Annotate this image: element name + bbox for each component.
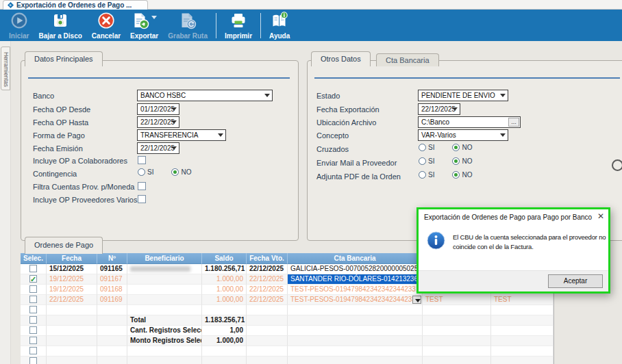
incluye-varios-checkbox[interactable]: [138, 195, 146, 203]
beneficiario-cell: [127, 295, 202, 305]
concepto-label: Concepto: [316, 131, 349, 140]
table-row[interactable]: Total1.183.256,71: [21, 315, 553, 326]
row-select-cell: [21, 285, 47, 295]
cell-dropdown-button[interactable]: [412, 296, 421, 304]
enviar-mail-radio-no[interactable]: NO: [452, 157, 472, 165]
browse-button[interactable]: ...: [508, 118, 519, 127]
row-select-cell: [21, 326, 47, 336]
grid-column-header[interactable]: Selec.: [21, 253, 47, 264]
row-checkbox[interactable]: [29, 265, 37, 272]
fecha-op-desde-picker[interactable]: 01/12/2025: [137, 103, 179, 115]
dialog-title-bar[interactable]: Exportación de Ordenes de Pago para Pago…: [419, 209, 608, 226]
cta-bancaria-cell: [288, 305, 423, 315]
row-checkbox[interactable]: [29, 337, 37, 344]
row-select-cell: [21, 346, 47, 356]
row-checkbox[interactable]: [29, 316, 37, 324]
aceptar-button[interactable]: Aceptar: [548, 274, 603, 288]
adjunta-pdf-radio-si[interactable]: SI: [419, 171, 434, 179]
fecha-cell: [47, 336, 97, 346]
table-row[interactable]: Monto Registros Seleccio1.000,00: [21, 336, 553, 346]
extra-cell: [423, 356, 491, 364]
radio-icon: [452, 144, 460, 151]
imprimir-button[interactable]: Imprimir: [220, 11, 257, 41]
contingencia-radio-si[interactable]: SI: [138, 168, 153, 176]
row-checkbox[interactable]: [29, 306, 37, 313]
banco-select[interactable]: BANCO HSBC: [137, 90, 273, 101]
fecha-vto-cell: 22/12/2025: [247, 285, 288, 295]
herramientas-tab[interactable]: Herramientas: [1, 47, 10, 90]
table-row[interactable]: [21, 305, 553, 315]
filtra-cuentas-checkbox[interactable]: [138, 182, 146, 190]
grid-column-header[interactable]: Saldo: [202, 253, 247, 264]
incluye-colaboradores-checkbox[interactable]: [138, 156, 146, 164]
tab-datos-principales[interactable]: Datos Principales: [25, 51, 103, 66]
chevron-down-icon: [171, 120, 177, 124]
row-checkbox-checked[interactable]: [29, 275, 37, 283]
extra-cell: TEST: [491, 295, 553, 305]
ubicacion-archivo-field[interactable]: C:\Banco...: [418, 116, 521, 128]
summary-value-cell: [202, 356, 247, 364]
chevron-down-icon: [500, 133, 506, 137]
export-dropdown-caret-icon[interactable]: [151, 16, 157, 19]
save-disk-icon: [51, 12, 69, 29]
fecha-exportacion-picker[interactable]: 22/12/2025: [418, 103, 460, 115]
cancelar-button[interactable]: Cancelar: [87, 11, 125, 41]
cruzados-radio-si[interactable]: SI: [419, 144, 434, 151]
table-row[interactable]: [21, 346, 553, 356]
banco-label: Banco: [33, 92, 54, 100]
adjunta-pdf-radio-no[interactable]: NO: [452, 171, 472, 179]
numero-cell: 091168: [97, 285, 127, 295]
numero-cell: 091165: [97, 264, 127, 274]
beneficiario-cell: [127, 274, 202, 285]
table-row[interactable]: [21, 356, 553, 364]
estado-label: Estado: [316, 92, 340, 100]
grid-column-header[interactable]: Nº: [97, 253, 127, 264]
row-checkbox[interactable]: [29, 296, 37, 303]
fecha-cell: [47, 305, 97, 315]
grid-column-header[interactable]: Beneficiario: [127, 253, 202, 264]
row-checkbox[interactable]: [29, 357, 37, 364]
summary-value-cell: [202, 346, 247, 356]
fecha-vto-cell: [247, 326, 288, 336]
table-row[interactable]: Cant. Registros Seleccion1,00: [21, 326, 553, 336]
enviar-mail-radio-si[interactable]: SI: [419, 157, 434, 165]
fecha-op-hasta-label: Fecha OP Hasta: [33, 118, 88, 127]
help-book-icon: [271, 12, 288, 29]
forma-de-pago-select[interactable]: TRANSFERENCIA: [137, 129, 226, 141]
row-checkbox[interactable]: [29, 347, 37, 354]
exportar-button[interactable]: Exportar: [125, 11, 163, 41]
numero-cell: 091169: [97, 295, 127, 305]
contingencia-radio-no[interactable]: NO: [171, 168, 191, 176]
fecha-vto-cell: [247, 305, 288, 315]
enviar-mail-label: Enviar Mail a Proveedor: [316, 159, 397, 167]
tab-ordenes-de-pago[interactable]: Ordenes de Pago: [25, 237, 103, 254]
row-checkbox[interactable]: [29, 285, 37, 293]
table-row[interactable]: 22/12/20250911691.000,0022/12/2025TEST-P…: [21, 295, 553, 305]
cta-bancaria-cell: [288, 346, 423, 356]
bajar-a-disco-button[interactable]: Bajar a Disco: [34, 11, 86, 41]
estado-select[interactable]: PENDIENTE DE ENVIO: [418, 90, 508, 101]
concepto-select[interactable]: VAR-Varios: [418, 129, 508, 141]
info-icon: [427, 231, 445, 251]
extra-cell: [491, 336, 553, 346]
fecha-op-desde-label: Fecha OP Desde: [33, 105, 90, 114]
ayuda-button[interactable]: Ayuda: [264, 11, 295, 41]
fecha-vto-cell: [247, 346, 288, 356]
iniciar-button[interactable]: Iniciar: [4, 11, 34, 41]
row-checkbox[interactable]: [29, 326, 37, 334]
close-icon[interactable]: ✕: [597, 212, 604, 220]
tab-otros-datos[interactable]: Otros Datos: [311, 51, 371, 66]
fecha-emision-picker[interactable]: 22/12/2025: [137, 142, 179, 154]
cruzados-radio-no[interactable]: NO: [452, 144, 472, 151]
play-icon: [10, 12, 28, 29]
grid-column-header[interactable]: Cta Bancaria: [288, 253, 423, 264]
tab-cta-bancaria[interactable]: Cta Bancaria: [376, 53, 439, 66]
grid-column-header[interactable]: Fecha Vto.: [247, 253, 288, 264]
grid-column-header[interactable]: Fecha: [47, 253, 97, 264]
window-tab[interactable]: Exportación de Ordenes de Pago ...: [3, 0, 148, 10]
cta-bancaria-cell: [288, 356, 423, 364]
grabar-ruta-button[interactable]: Grabar Ruta: [163, 11, 212, 41]
extra-cell: TEST: [423, 295, 491, 305]
fecha-op-hasta-picker[interactable]: 22/12/2025: [137, 116, 179, 128]
fecha-vto-cell: 22/12/2025: [247, 295, 288, 305]
